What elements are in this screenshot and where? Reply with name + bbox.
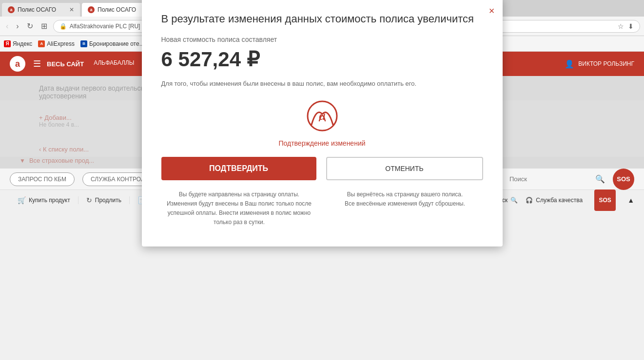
renew-icon: ↻ bbox=[86, 196, 92, 204]
hamburger-menu-icon[interactable]: ☰ bbox=[33, 58, 41, 69]
modal-close-button[interactable]: × bbox=[489, 5, 495, 17]
footer-sos-button[interactable]: SOS bbox=[613, 169, 634, 190]
bookmark-star-icon[interactable]: ☆ bbox=[618, 22, 624, 30]
bookmark-ali-icon: A bbox=[38, 40, 45, 47]
cancel-description: Вы вернётесь на страницу вашего полиса.В… bbox=[327, 190, 483, 227]
footer-search-icon[interactable]: 🔍 bbox=[595, 174, 605, 184]
buy-label: Купить продукт bbox=[29, 197, 70, 204]
bookmark-ali-label: AliExpress bbox=[47, 40, 75, 47]
bookmark-booking[interactable]: B Бронирование оте... bbox=[80, 40, 144, 47]
modal-actions: ПОДТВЕРДИТЬ ОТМЕНИТЬ bbox=[161, 157, 483, 180]
modal-note: Для того, чтобы изменения были внесены в… bbox=[161, 79, 483, 89]
bottom-right: Поиск 🔍 🎧 Служба качества SOS ▲ bbox=[491, 189, 634, 211]
bottom-service-label: Служба качества bbox=[536, 197, 583, 204]
buy-icon: 🛒 bbox=[18, 196, 26, 204]
forward-nav-button[interactable]: › bbox=[14, 22, 20, 31]
bookmark-yandex-icon: Я bbox=[4, 40, 11, 47]
url-actions: ☆ ⬇ bbox=[618, 22, 634, 30]
footer-search[interactable]: 🔍 bbox=[509, 174, 605, 184]
user-icon: 👤 bbox=[565, 59, 574, 69]
modal-subtitle: Новая стоимость полиса составляет bbox=[161, 36, 483, 43]
bookmark-ali[interactable]: A AliExpress bbox=[38, 40, 75, 47]
nav-alfaballs[interactable]: АЛЬФАБАЛЛЫ bbox=[94, 59, 134, 68]
tab-title-1: Полис ОСАГО bbox=[18, 6, 56, 13]
kbm-request-button[interactable]: ЗАПРОС ПО КБМ bbox=[10, 172, 75, 186]
renew-label: Продлить bbox=[95, 197, 121, 204]
tab-favicon-2: а bbox=[88, 6, 95, 13]
bottom-service-icon: 🎧 bbox=[526, 197, 533, 204]
bottom-sos-button[interactable]: SOS bbox=[594, 189, 616, 211]
bookmark-yandex[interactable]: Я Яндекс bbox=[4, 40, 32, 47]
bottom-chevron-icon[interactable]: ▲ bbox=[627, 196, 634, 204]
tab-title-2: Полис ОСАГО bbox=[98, 6, 136, 13]
bookmark-booking-label: Бронирование оте... bbox=[89, 40, 144, 47]
tab-favicon-1: а bbox=[8, 6, 15, 13]
reload-button[interactable]: ↻ bbox=[25, 21, 35, 31]
tab-close-1[interactable]: ✕ bbox=[69, 6, 74, 13]
confirm-button[interactable]: ПОДТВЕРДИТЬ bbox=[161, 157, 316, 180]
modal-confirm-title: Подтверждение изменений bbox=[161, 139, 483, 147]
footer-search-input[interactable] bbox=[509, 175, 591, 183]
modal-overlay: × В результате изменения данных стоимост… bbox=[0, 76, 644, 168]
svg-text:а: а bbox=[319, 108, 326, 123]
home-button[interactable]: ⊞ bbox=[39, 21, 49, 31]
bottom-search-icon: 🔍 bbox=[510, 197, 518, 204]
url-site-name: AlfaStrakhovanie PLC [RU] bbox=[70, 23, 140, 30]
modal-logo-area: а bbox=[161, 100, 483, 132]
bottom-buy-product[interactable]: 🛒 Купить продукт bbox=[10, 196, 78, 204]
user-section[interactable]: 👤 ВИКТОР РОЛЬЗИНГ bbox=[565, 59, 634, 69]
bottom-renew[interactable]: ↻ Продлить bbox=[78, 196, 130, 204]
alfa-logo: а bbox=[10, 56, 25, 72]
modal-price: 6 527,24 ₽ bbox=[161, 47, 483, 71]
bottom-service[interactable]: 🎧 Служба качества bbox=[526, 197, 583, 204]
modal-dialog: × В результате изменения данных стоимост… bbox=[142, 0, 503, 246]
confirm-description: Вы будете направлены на страницу оплаты.… bbox=[161, 190, 317, 227]
download-icon[interactable]: ⬇ bbox=[628, 22, 634, 30]
tab-1[interactable]: а Полис ОСАГО ✕ bbox=[2, 3, 80, 17]
modal-descriptions: Вы будете направлены на страницу оплаты.… bbox=[161, 190, 483, 227]
page-content: Дата выдачи первого водительского удосто… bbox=[0, 76, 644, 168]
user-name: ВИКТОР РОЛЬЗИНГ bbox=[578, 60, 634, 67]
bookmark-booking-icon: B bbox=[80, 40, 87, 47]
lock-icon: 🔒 bbox=[59, 23, 67, 30]
modal-title: В результате изменения данных стоимость … bbox=[161, 12, 483, 26]
cancel-button[interactable]: ОТМЕНИТЬ bbox=[326, 157, 483, 180]
back-nav-button[interactable]: ‹ bbox=[4, 22, 10, 31]
nav-all-site[interactable]: ВЕСЬ САЙТ bbox=[47, 60, 84, 68]
bookmark-yandex-label: Яндекс bbox=[13, 40, 32, 47]
alfa-logo-svg: а bbox=[307, 100, 338, 132]
